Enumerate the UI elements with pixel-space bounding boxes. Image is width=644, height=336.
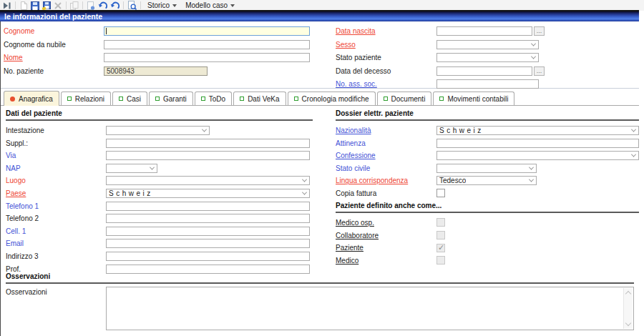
page-title: le informazioni del paziente xyxy=(4,12,102,21)
copia-fattura-checkbox[interactable] xyxy=(436,189,445,197)
tab-label: Relazioni xyxy=(75,95,104,103)
toolbar: Storico Modello caso xyxy=(0,0,644,11)
osservazioni-textarea[interactable] xyxy=(107,287,633,330)
chevron-down-icon xyxy=(302,177,307,182)
textarea-scrollbar[interactable] xyxy=(623,288,633,329)
data-nascita-browse-button[interactable]: ... xyxy=(534,26,545,36)
data-decesso-input[interactable] xyxy=(436,66,532,76)
cognome-da-nubile-input[interactable] xyxy=(104,40,310,49)
chevron-down-icon xyxy=(531,41,536,46)
tab-label: Dati VeKa xyxy=(248,95,279,103)
redo-button[interactable] xyxy=(109,1,121,11)
nap-select[interactable] xyxy=(106,164,157,173)
tab-label: Garanti xyxy=(163,95,187,103)
scroll-up-icon[interactable] xyxy=(625,291,631,297)
field-row-cognome: Cognome xyxy=(4,26,318,36)
stato-paziente-label: Stato paziente xyxy=(336,54,436,61)
tab-casi[interactable]: Casi xyxy=(112,92,147,105)
telefono1-input[interactable] xyxy=(106,202,310,211)
definito-section-title: Paziente definito anche come... xyxy=(336,202,639,213)
tab-dati-veka[interactable]: Dati VeKa xyxy=(233,92,286,105)
lingua-corrispondenza-select[interactable]: Tedesco xyxy=(436,176,537,185)
paese-label: Paese xyxy=(6,189,106,197)
data-decesso-browse-button[interactable]: ... xyxy=(534,66,545,76)
stato-paziente-select[interactable] xyxy=(436,53,539,62)
field-row-luogo: Luogo xyxy=(6,176,313,185)
save-button[interactable] xyxy=(29,1,41,11)
cognome-da-nubile-label: Cognome da nubile xyxy=(4,41,104,49)
telefono1-label: Telefono 1 xyxy=(6,202,106,210)
form-title-bar: le informazioni del paziente xyxy=(0,10,639,21)
new-button[interactable] xyxy=(18,1,29,11)
intestazione-select[interactable] xyxy=(106,126,210,135)
next-record-button[interactable] xyxy=(1,1,13,11)
telefono2-label: Telefono 2 xyxy=(6,214,106,222)
cell1-input[interactable] xyxy=(106,227,310,236)
delete-button[interactable] xyxy=(52,1,64,11)
attinenza-input[interactable] xyxy=(436,139,639,148)
tab-square-icon xyxy=(201,97,205,101)
undo-button[interactable] xyxy=(97,1,109,11)
tab-documenti[interactable]: Documenti xyxy=(377,92,432,105)
tab-cronologia-modifiche[interactable]: Cronologia modifiche xyxy=(288,92,376,105)
chevron-down-icon xyxy=(631,127,636,132)
chevron-down-icon xyxy=(529,164,534,169)
field-row-data-nascita: Data nascita ... xyxy=(336,26,639,36)
copy-button[interactable] xyxy=(69,1,80,11)
tab-anagrafica[interactable]: Anagrafica xyxy=(4,91,59,106)
field-row-via: Via xyxy=(6,151,313,160)
field-row-nap: NAP xyxy=(6,164,313,173)
storico-menu-button[interactable]: Storico xyxy=(143,1,181,11)
field-row-lingua: Lingua corrispondenza Tedesco xyxy=(336,176,639,185)
nome-label: Nome xyxy=(4,54,104,61)
field-row-telefono1: Telefono 1 xyxy=(6,202,313,211)
chevron-down-icon xyxy=(302,190,307,195)
cognome-input[interactable] xyxy=(104,26,310,36)
tab-label: Documenti xyxy=(391,95,426,103)
medico-osp-label: Medico osp. xyxy=(336,219,436,227)
telefono2-input[interactable] xyxy=(106,214,310,223)
tab-movimenti-contabili[interactable]: Movimenti contabili xyxy=(433,92,514,105)
tab-todo[interactable]: ToDo xyxy=(195,92,232,105)
medico-osp-checkbox xyxy=(436,218,445,227)
suppl-input[interactable] xyxy=(106,139,310,148)
scroll-down-icon[interactable] xyxy=(625,320,631,326)
toolbar-separator xyxy=(140,1,141,9)
luogo-select[interactable] xyxy=(106,176,310,185)
via-input[interactable] xyxy=(106,151,310,160)
chevron-down-icon xyxy=(529,177,534,182)
lingua-corrispondenza-label: Lingua corrispondenza xyxy=(336,177,436,184)
stato-civile-select[interactable] xyxy=(436,164,537,173)
field-row-sesso: Sesso xyxy=(336,40,639,49)
nazionalita-select[interactable]: Schweiz xyxy=(436,126,639,135)
no-ass-soc-label: No. ass. soc. xyxy=(336,80,436,88)
paese-select[interactable]: Schweiz xyxy=(106,189,310,198)
tab-garanti[interactable]: Garanti xyxy=(149,92,193,105)
save-as-button[interactable] xyxy=(41,1,52,11)
storico-menu-label: Storico xyxy=(147,1,170,9)
toolbar-separator xyxy=(66,1,67,9)
no-paziente-input xyxy=(104,66,208,76)
modello-caso-menu-button[interactable]: Modello caso xyxy=(181,1,239,11)
tab-square-icon xyxy=(119,97,123,101)
tab-relazioni[interactable]: Relazioni xyxy=(61,92,111,105)
email-input[interactable] xyxy=(106,239,310,248)
lingua-corrispondenza-value: Tedesco xyxy=(439,177,466,184)
stato-civile-label: Stato civile xyxy=(336,164,436,172)
field-row-collaboratore: Collaboratore xyxy=(336,231,639,240)
save-as-icon xyxy=(42,1,51,10)
confessione-select[interactable] xyxy=(436,151,639,160)
new-document-icon xyxy=(19,1,28,10)
field-row-copia-fattura: Copia fattura xyxy=(336,189,639,198)
sesso-select[interactable] xyxy=(436,40,539,49)
nome-input[interactable] xyxy=(104,53,310,62)
indirizzo3-input[interactable] xyxy=(106,252,310,261)
no-ass-soc-input[interactable] xyxy=(436,79,539,89)
print-preview-icon xyxy=(127,1,137,10)
print-preview-button[interactable] xyxy=(126,1,138,11)
field-row-stato-civile: Stato civile xyxy=(336,164,639,173)
data-nascita-input[interactable] xyxy=(436,26,532,36)
data-nascita-label: Data nascita xyxy=(336,27,436,35)
paste-button[interactable] xyxy=(85,1,97,11)
field-row-cell1: Cell. 1 xyxy=(6,227,313,236)
